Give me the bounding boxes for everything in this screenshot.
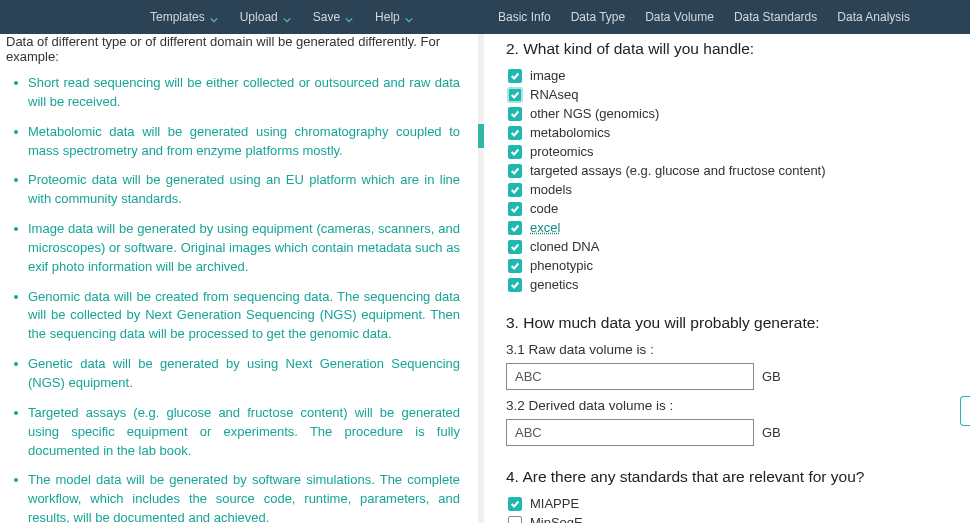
menu-templates[interactable]: Templates	[150, 10, 218, 24]
check-label: MinSeqE	[530, 515, 583, 523]
checkbox[interactable]	[508, 88, 522, 102]
checkbox[interactable]	[508, 221, 522, 235]
bullet-item: Image data will be generated by using eq…	[6, 220, 460, 277]
checkbox[interactable]	[508, 259, 522, 273]
nav-data-type[interactable]: Data Type	[571, 10, 625, 24]
q4-heading: 4. Are there any standards that are rele…	[506, 468, 930, 486]
nav-basic-info[interactable]: Basic Info	[498, 10, 551, 24]
check-row: other NGS (genomics)	[508, 106, 930, 121]
checkbox[interactable]	[508, 145, 522, 159]
q3-sub1: 3.1 Raw data volume is :	[506, 342, 930, 357]
checkbox[interactable]	[508, 202, 522, 216]
check-label: metabolomics	[530, 125, 610, 140]
check-row: models	[508, 182, 930, 197]
q3-heading: 3. How much data you will probably gener…	[506, 314, 930, 332]
derived-volume-input[interactable]	[506, 419, 754, 446]
nav-data-analysis[interactable]: Data Analysis	[837, 10, 910, 24]
unit-label: GB	[762, 369, 781, 384]
intro-text: Data of different type or of different d…	[6, 34, 460, 64]
check-label: genetics	[530, 277, 578, 292]
raw-volume-input[interactable]	[506, 363, 754, 390]
check-label: cloned DNA	[530, 239, 599, 254]
bullet-item: Metabolomic data will be generated using…	[6, 123, 460, 161]
check-row: targeted assays (e.g. glucose and fructo…	[508, 163, 930, 178]
bullet-item: Proteomic data will be generated using a…	[6, 171, 460, 209]
q4-checklist: MIAPPEMinSeqE	[508, 496, 930, 523]
divider-accent	[478, 124, 484, 148]
check-label: code	[530, 201, 558, 216]
bullet-item: Genomic data will be created from sequen…	[6, 288, 460, 345]
check-row: excel	[508, 220, 930, 235]
menu-help[interactable]: Help	[375, 10, 413, 24]
checkbox[interactable]	[508, 69, 522, 83]
check-label: phenotypic	[530, 258, 593, 273]
check-row: RNAseq	[508, 87, 930, 102]
bullet-item: Genetic data will be generated by using …	[6, 355, 460, 393]
checkbox[interactable]	[508, 183, 522, 197]
check-row: image	[508, 68, 930, 83]
bullet-item: The model data will be generated by soft…	[6, 471, 460, 523]
check-label: proteomics	[530, 144, 594, 159]
bullet-item: Targeted assays (e.g. glucose and fructo…	[6, 404, 460, 461]
checkbox[interactable]	[508, 497, 522, 511]
check-row: phenotypic	[508, 258, 930, 273]
check-row: metabolomics	[508, 125, 930, 140]
checkbox[interactable]	[508, 516, 522, 524]
bullet-item: Short read sequencing will be either col…	[6, 74, 460, 112]
check-label: other NGS (genomics)	[530, 106, 659, 121]
check-row: MIAPPE	[508, 496, 930, 511]
info-bullets: Short read sequencing will be either col…	[6, 74, 460, 523]
pane-divider[interactable]	[478, 34, 484, 523]
side-tab-widget[interactable]	[960, 396, 970, 426]
checkbox[interactable]	[508, 107, 522, 121]
q3-sub2: 3.2 Derived data volume is :	[506, 398, 930, 413]
check-row: MinSeqE	[508, 515, 930, 523]
check-label: targeted assays (e.g. glucose and fructo…	[530, 163, 826, 178]
chevron-down-icon	[345, 13, 353, 21]
chevron-down-icon	[405, 13, 413, 21]
form-panel: 2. What kind of data will you handle: im…	[484, 34, 970, 523]
checkbox[interactable]	[508, 240, 522, 254]
topbar-left-menu: Templates Upload Save Help	[150, 10, 413, 24]
unit-label: GB	[762, 425, 781, 440]
check-label: RNAseq	[530, 87, 578, 102]
topbar-right-nav: Basic Info Data Type Data Volume Data St…	[498, 10, 910, 24]
check-row: genetics	[508, 277, 930, 292]
menu-upload[interactable]: Upload	[240, 10, 291, 24]
top-navbar: Templates Upload Save Help Basic Info Da…	[0, 0, 970, 34]
chevron-down-icon	[283, 13, 291, 21]
checkbox[interactable]	[508, 164, 522, 178]
check-label: image	[530, 68, 565, 83]
check-row: code	[508, 201, 930, 216]
check-row: proteomics	[508, 144, 930, 159]
info-panel: Data of different type or of different d…	[0, 34, 478, 523]
checkbox[interactable]	[508, 126, 522, 140]
menu-save[interactable]: Save	[313, 10, 353, 24]
check-row: cloned DNA	[508, 239, 930, 254]
q2-heading: 2. What kind of data will you handle:	[506, 40, 930, 58]
check-label: MIAPPE	[530, 496, 579, 511]
q2-checklist: imageRNAseqother NGS (genomics)metabolom…	[508, 68, 930, 292]
chevron-down-icon	[210, 13, 218, 21]
nav-data-volume[interactable]: Data Volume	[645, 10, 714, 24]
checkbox[interactable]	[508, 278, 522, 292]
nav-data-standards[interactable]: Data Standards	[734, 10, 817, 24]
check-label[interactable]: excel	[530, 220, 560, 235]
check-label: models	[530, 182, 572, 197]
